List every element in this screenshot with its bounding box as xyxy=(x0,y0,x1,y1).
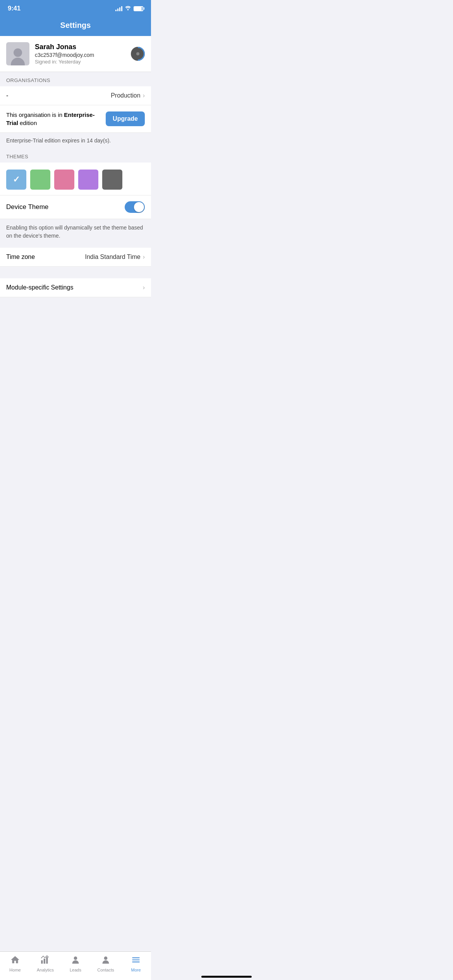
module-settings-label: Module-specific Settings xyxy=(6,284,73,291)
themes-section xyxy=(0,163,151,195)
device-theme-row[interactable]: Device Theme xyxy=(0,195,151,219)
chevron-right-icon: › xyxy=(143,284,145,291)
wifi-icon xyxy=(125,5,131,12)
dark-theme[interactable] xyxy=(102,170,122,190)
avatar xyxy=(6,42,29,65)
section-spacer xyxy=(0,267,151,278)
timezone-right: India Standard Time › xyxy=(85,254,145,260)
blue-theme[interactable] xyxy=(6,170,26,190)
themes-section-header: THEMES xyxy=(0,148,151,163)
expiry-text: Enterprise-Trial edition expires in 14 d… xyxy=(6,137,145,144)
theme-swatches xyxy=(6,170,145,190)
device-theme-toggle[interactable] xyxy=(125,201,145,213)
purple-theme[interactable] xyxy=(78,170,98,190)
trial-banner: This organisation is in Enterprise-Trial… xyxy=(0,105,151,133)
chevron-right-icon: › xyxy=(143,254,145,260)
device-theme-note-text: Enabling this option will dynamically se… xyxy=(6,224,145,240)
organisation-row[interactable]: - Production › xyxy=(0,86,151,105)
page-title: Settings xyxy=(60,21,91,29)
page-header: Settings xyxy=(0,17,151,36)
status-time: 9:41 xyxy=(8,5,21,12)
profile-name: Sarah Jonas xyxy=(35,43,125,51)
module-settings-row[interactable]: Module-specific Settings › xyxy=(0,278,151,297)
org-dash: - xyxy=(6,92,8,99)
expiry-banner: Enterprise-Trial edition expires in 14 d… xyxy=(0,133,151,148)
chevron-right-icon: › xyxy=(143,92,145,99)
profile-section[interactable]: Sarah Jonas c3c2537f@moodjoy.com Signed … xyxy=(0,36,151,72)
device-theme-note: Enabling this option will dynamically se… xyxy=(0,219,151,248)
device-theme-label: Device Theme xyxy=(6,203,48,211)
green-theme[interactable] xyxy=(30,170,50,190)
status-bar: 9:41 xyxy=(0,0,151,17)
org-right: Production › xyxy=(111,92,145,99)
timezone-label: Time zone xyxy=(6,254,35,260)
battery-icon xyxy=(134,6,143,11)
pink-theme[interactable] xyxy=(54,170,74,190)
profile-info: Sarah Jonas c3c2537f@moodjoy.com Signed … xyxy=(35,43,125,65)
toggle-thumb xyxy=(134,202,144,212)
timezone-value: India Standard Time xyxy=(85,254,140,260)
trial-text: This organisation is in Enterprise-Trial… xyxy=(6,111,101,127)
org-name: Production xyxy=(111,92,141,99)
status-icons xyxy=(115,5,143,12)
profile-email: c3c2537f@moodjoy.com xyxy=(35,52,125,58)
upgrade-button[interactable]: Upgrade xyxy=(106,111,145,126)
profile-signin: Signed in: Yesterday xyxy=(35,59,125,65)
organisations-section-header: ORGANISATIONS xyxy=(0,72,151,86)
profile-action-button[interactable] xyxy=(131,47,145,61)
signal-icon xyxy=(115,6,122,11)
svg-point-0 xyxy=(127,9,129,10)
timezone-row[interactable]: Time zone India Standard Time › xyxy=(0,248,151,267)
